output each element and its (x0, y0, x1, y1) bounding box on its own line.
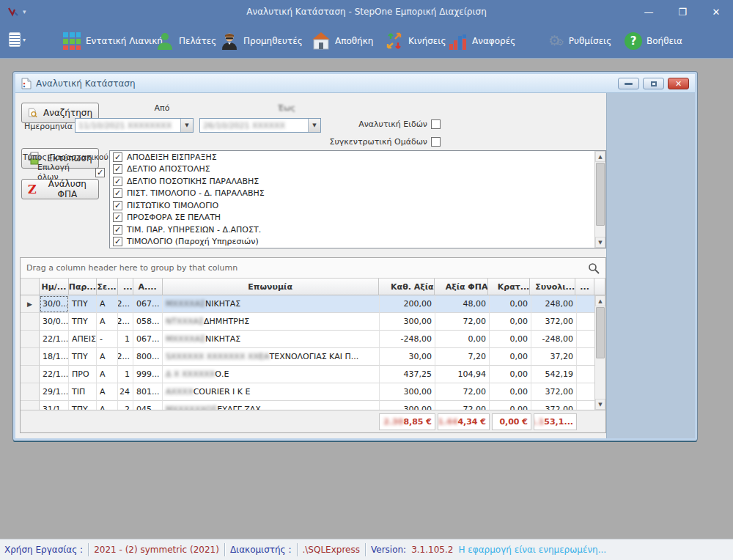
scrollbar-thumb[interactable] (596, 163, 605, 226)
scroll-up-icon[interactable]: ▲ (595, 151, 605, 162)
item-checkbox[interactable]: ✓ (113, 177, 122, 186)
toolbar-item-intensive-retail[interactable]: Εντατική Λιανική (62, 29, 163, 53)
dialog-close-button[interactable]: ✕ (668, 78, 689, 89)
group-by-panel[interactable]: Drag a column header here to group by th… (21, 258, 605, 279)
row-indicator (21, 366, 40, 383)
list-item[interactable]: ✓ΠΙΣΤ. ΤΙΜΟΛΟΓΙΟ - Δ. ΠΑΡΑΛΑΒΗΣ (110, 188, 605, 200)
column-header-type[interactable]: Παρ... (69, 279, 97, 295)
dialog-title: Αναλυτική Κατάσταση (36, 78, 136, 89)
list-item[interactable]: ✓ΔΕΛΤΙΟ ΠΟΣΟΤΙΚΗΣ ΠΑΡΑΛΑΒΗΣ (110, 175, 605, 188)
to-label: Έως (243, 103, 331, 113)
main-toolbar: ▾ Εντατική Λιανική Πελάτες (0, 23, 733, 59)
app-logo[interactable]: ▾ (7, 6, 26, 18)
date-from-combobox[interactable]: 11/10/2021 ΧΧΧΧΧΧΧΧ ▼ (75, 118, 194, 133)
column-header-number[interactable]: ... (118, 279, 133, 295)
column-header-net[interactable]: Καθ. Αξία (379, 279, 435, 295)
analytic-items-checkbox[interactable] (431, 119, 441, 129)
table-row[interactable]: 18/1... ΤΠΥ Α 2... 800... SΧΧΧΧΧΧ ΧΧΧΧΧΧ… (21, 348, 605, 366)
status-bar: Χρήση Εργασίας : 2021 - (2) symmetric (2… (0, 539, 733, 560)
group-totals-checkbox[interactable] (431, 137, 441, 147)
column-header-retention[interactable]: Κρατ... (488, 279, 530, 295)
column-header-total[interactable]: Συνολι... (530, 279, 575, 295)
menu-caret-icon: ▾ (23, 37, 26, 43)
main-titlebar: ▾ Αναλυτική Κατάσταση - StepOne Εμπορική… (0, 0, 733, 23)
reports-barchart-icon (449, 32, 468, 51)
list-item[interactable]: ✓ΠΙΣΤΩΤΙΚΟ ΤΙΜΟΛΟΓΙΟ (110, 199, 605, 212)
column-header-vat[interactable]: Αξία ΦΠΑ (435, 279, 489, 295)
analytic-items-option[interactable]: Αναλυτική Ειδών (294, 119, 441, 129)
scroll-down-icon[interactable]: ▼ (595, 237, 605, 248)
column-header-more[interactable]: ... (575, 279, 594, 295)
table-row[interactable]: 29/1... ΤΙΠ Α 24 801... ΑΧΧΧΧ COURIER I … (21, 383, 605, 401)
version-value: 3.1.105.2 (411, 545, 453, 555)
window-title: Αναλυτική Κατάσταση - StepOne Εμπορική Δ… (0, 7, 733, 17)
item-checkbox[interactable]: ✓ (113, 225, 122, 235)
toolbar-item-suppliers[interactable]: Προμηθευτές (220, 29, 303, 53)
application-window: ▾ Αναλυτική Κατάσταση - StepOne Εμπορική… (0, 0, 733, 560)
item-checkbox[interactable]: ✓ (113, 237, 122, 246)
dialog-action-sidebar (606, 93, 695, 438)
toolbar-item-customers[interactable]: Πελάτες (155, 29, 216, 53)
dialog-minimize-button[interactable] (618, 78, 639, 89)
scrollbar-thumb[interactable] (596, 307, 605, 358)
list-item[interactable]: ✓ΑΠΟΔΕΙΞΗ ΕΙΣΠΡΑΞΗΣ (110, 151, 605, 163)
toolbar-menu-button[interactable]: ▾ (9, 32, 26, 47)
close-button[interactable]: ✕ (699, 0, 733, 23)
doc-type-label: Τύπος Παραστατικού (23, 152, 108, 162)
version-label: Version: (371, 545, 406, 555)
document-type-listbox[interactable]: ✓ΑΠΟΔΕΙΞΗ ΕΙΣΠΡΑΞΗΣ ✓ΔΕΛΤΙΟ ΑΠΟΣΤΟΛΗΣ ✓Δ… (109, 150, 606, 248)
column-header-series[interactable]: Σε... (97, 279, 118, 295)
toolbar-item-settings[interactable]: ⚙⚙ Ρυθμίσεις (548, 29, 611, 53)
suppliers-person-icon (220, 32, 239, 51)
movements-arrows-icon (385, 32, 404, 51)
maximize-button[interactable]: ❐ (666, 0, 699, 23)
app-menu-caret-icon[interactable]: ▾ (23, 8, 26, 15)
grid-search-icon[interactable] (588, 262, 600, 274)
list-item[interactable]: ✓ΔΕΛΤΙΟ ΑΠΟΣΤΟΛΗΣ (110, 163, 605, 176)
table-row[interactable]: 31/1... ΤΠΥ Α 2 045... ΜΧΧΧΧΧΧΟΣ ΕΥΑΓΓ Ζ… (21, 401, 605, 410)
help-icon: ? (625, 32, 642, 50)
separator (365, 543, 366, 556)
usage-value: 2021 - (2) symmetric (2021) (94, 545, 219, 555)
toolbar-item-movements[interactable]: Κινήσεις (385, 29, 446, 53)
table-row[interactable]: 22/1... ΑΠΕΙΣ - 1 067... ΜΧΧΧΧΑΣ ΝΙΚΗΤΑΣ… (21, 331, 605, 348)
select-all-checkbox[interactable]: ✓ (95, 168, 105, 177)
group-totals-option[interactable]: Συγκεντρωτική Ομάδων (279, 137, 441, 147)
dialog-titlebar[interactable]: Αναλυτική Κατάσταση ✕ (15, 74, 695, 93)
list-item[interactable]: ✓ΤΙΜ. ΠΑΡ. ΥΠΗΡΕΣΙΩΝ - Δ.ΑΠΟΣΤ. (110, 224, 605, 236)
dialog-maximize-button[interactable] (643, 78, 664, 89)
vat-analysis-button[interactable]: Z Ανάλυση ΦΠΑ (21, 179, 99, 199)
header-indicator (21, 279, 40, 295)
scroll-down-icon[interactable]: ▼ (595, 399, 605, 410)
toolbar-item-help[interactable]: ? Βοήθεια (625, 29, 682, 53)
menu-list-icon (9, 32, 21, 47)
select-all-option[interactable]: Επιλογή όλων ✓ (37, 163, 105, 182)
table-row[interactable]: ▶ 30/0... ΤΠΥ Α 2... 067... ΜΧΧΧΧΑΣ ΝΙΚΗ… (21, 295, 605, 313)
date-from-dropdown-icon[interactable]: ▼ (180, 119, 193, 132)
total-vat: 1.444,34 € (438, 413, 490, 430)
grid-header-row: Ημ/... Παρ... Σε... ... Α.... Επωνυμία Κ… (21, 279, 605, 295)
column-header-name[interactable]: Επωνυμία (163, 279, 379, 295)
minimize-button[interactable]: — (632, 0, 666, 23)
row-indicator: ▶ (21, 295, 40, 313)
grid-vertical-scrollbar[interactable]: ▲ ▼ (594, 295, 605, 410)
item-checkbox[interactable]: ✓ (113, 188, 122, 198)
listbox-scrollbar[interactable]: ▲ ▼ (594, 151, 605, 248)
list-item[interactable]: ✓ΤΙΜΟΛΟΓΙΟ (Παροχή Υπηρεσιών) (110, 236, 605, 248)
column-header-date[interactable]: Ημ/... (40, 279, 69, 295)
table-row[interactable]: 30/0... ΤΠΥ Α 2... 058... ΝΤΧΧΧΑΣ ΔΗΜΗΤΡ… (21, 313, 605, 331)
toolbar-item-warehouse[interactable]: Αποθήκη (312, 29, 373, 53)
vat-z-icon: Z (28, 183, 37, 196)
list-item[interactable]: ✓ΠΡΟΣΦΟΡΑ ΣΕ ΠΕΛΑΤΗ (110, 212, 605, 224)
scroll-up-icon[interactable]: ▲ (595, 295, 605, 306)
item-checkbox[interactable]: ✓ (113, 213, 122, 222)
column-header-code[interactable]: Α.... (133, 279, 163, 295)
toolbar-item-reports[interactable]: Αναφορές (449, 29, 515, 53)
row-indicator (21, 401, 40, 410)
separator (224, 543, 225, 556)
item-checkbox[interactable]: ✓ (113, 152, 122, 162)
table-row[interactable]: 22/1... ΠΡΟ Α 1 999... Δ Χ ΧΧΧΧΧΧ Ο.Ε 43… (21, 366, 605, 383)
item-checkbox[interactable]: ✓ (113, 201, 122, 210)
item-checkbox[interactable]: ✓ (113, 164, 122, 174)
grid-totals-footer: 2.308,85 € 1.444,34 € 0,00 € 1.153,1... (21, 410, 605, 432)
